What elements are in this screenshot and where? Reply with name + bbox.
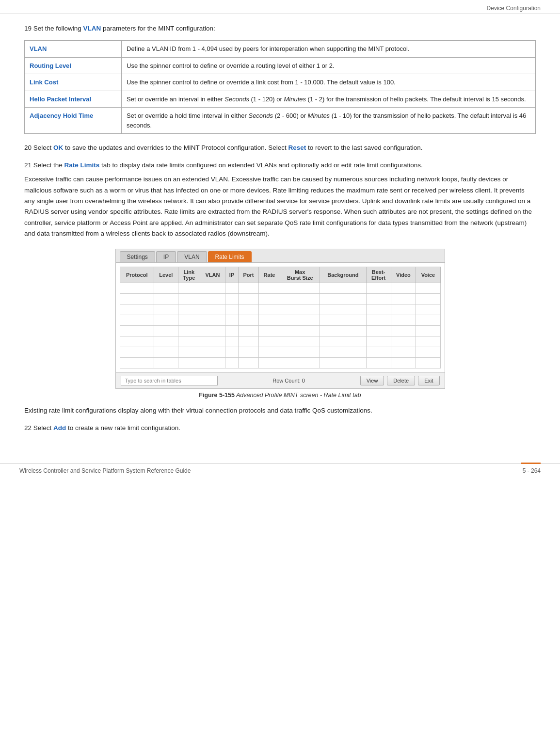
vlan-keyword: VLAN [83,25,101,32]
table-row [120,294,440,304]
row-count: Row Count: 0 [272,378,305,384]
col-header: VLAN [200,267,225,283]
table-row [120,326,440,336]
footer-page-num: 5 - 264 [523,467,541,474]
col-header: LinkType [178,267,200,283]
param-description: Set or override an interval in either Se… [122,91,536,108]
exit-button[interactable]: Exit [418,376,439,385]
search-input[interactable] [121,376,218,385]
step-21-body: Excessive traffic can cause performance … [24,174,536,239]
param-label: Link Cost [25,74,122,91]
col-header: Voice [416,267,440,283]
reset-link: Reset [288,144,306,151]
col-header: Video [391,267,416,283]
param-description: Use the spinner control to define or ove… [122,57,536,74]
screen-table-wrap: ProtocolLevelLinkTypeVLANIPPortRateMaxBu… [116,263,445,372]
page-header: Device Configuration [0,0,560,14]
table-row [120,304,440,315]
view-button[interactable]: View [360,376,384,385]
param-description: Use the spinner control to define or ove… [122,74,536,91]
col-header: Level [154,267,178,283]
page-content: 19 Set the following VLAN parameters for… [0,14,560,448]
table-row [120,315,440,326]
screen-mock: SettingsIPVLANRate Limits ProtocolLevelL… [115,249,445,389]
col-header: IP [225,267,238,283]
step-20-suffix: to revert to the last saved configuratio… [306,144,422,151]
screen-footer: Row Count: 0 ViewDeleteExit [116,372,445,388]
step-22-suffix: to create a new rate limit configuration… [66,424,180,432]
screen-tabs: SettingsIPVLANRate Limits [116,249,445,263]
step-19-intro: 19 Set the following VLAN parameters for… [24,24,536,33]
col-header: Background [320,267,366,283]
step-19-prefix: 19 Set the following [24,25,83,32]
param-label: Adjacency Hold Time [25,108,122,134]
footer-divider [521,463,541,464]
figure-container: SettingsIPVLANRate Limits ProtocolLevelL… [115,249,445,399]
param-label: VLAN [25,41,122,58]
step-19-suffix: parameters for the MINT configuration: [101,25,215,32]
tab-settings[interactable]: Settings [120,251,155,262]
step-22: 22 Select Add to create a new rate limit… [24,423,536,433]
figure-caption-italic: Advanced Profile MINT screen - Rate Limi… [235,392,361,399]
param-description: Define a VLAN ID from 1 - 4,094 used by … [122,41,536,58]
step-20: 20 Select OK to save the updates and ove… [24,143,536,153]
ok-link: OK [53,144,63,151]
param-label: Hello Packet Interval [25,91,122,108]
step-21b: Existing rate limit configurations displ… [24,405,536,416]
footer-buttons: ViewDeleteExit [360,376,440,385]
step-20-middle: to save the updates and overrides to the… [63,144,288,151]
table-row [120,347,440,358]
figure-caption: Figure 5-155 Advanced Profile MINT scree… [115,392,445,399]
param-description: Set or override a hold time interval in … [122,108,536,134]
add-link: Add [53,424,66,432]
header-title: Device Configuration [487,5,541,12]
footer-left: Wireless Controller and Service Platform… [19,467,191,474]
page-footer: Wireless Controller and Service Platform… [0,463,560,478]
delete-button[interactable]: Delete [387,376,415,385]
step-22-prefix: 22 Select [24,424,53,432]
table-row [120,336,440,347]
figure-caption-bold: Figure 5-155 [199,392,235,399]
col-header: Protocol [120,267,154,283]
rate-limits-table: ProtocolLevelLinkTypeVLANIPPortRateMaxBu… [120,267,441,368]
tab-vlan[interactable]: VLAN [177,251,207,262]
tab-ip[interactable]: IP [156,251,176,262]
col-header: Best-Effort [366,267,391,283]
step-21-prefix: 21 Select the [24,161,64,169]
step-21-suffix: tab to display data rate limits configur… [99,161,422,169]
parameter-table: VLANDefine a VLAN ID from 1 - 4,094 used… [24,40,536,134]
step-21-heading: 21 Select the Rate Limits tab to display… [24,160,536,171]
step-20-prefix: 20 Select [24,144,53,151]
table-row [120,358,440,368]
table-row [120,283,440,294]
col-header: Port [239,267,259,283]
col-header: Rate [258,267,280,283]
rate-limits-link: Rate Limits [64,161,100,169]
col-header: MaxBurst Size [280,267,320,283]
tab-rate-limits[interactable]: Rate Limits [208,251,252,262]
param-label: Routing Level [25,57,122,74]
